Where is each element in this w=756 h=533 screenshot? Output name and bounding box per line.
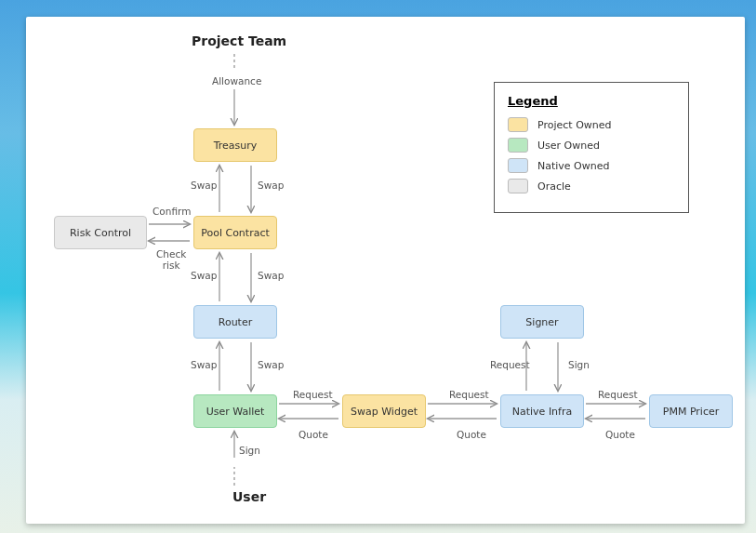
- legend-item: Oracle: [508, 179, 675, 193]
- swatch-icon: [508, 158, 528, 173]
- edge-swap-t-pc-l: Swap: [191, 180, 217, 191]
- edge-quote-uw-sw: Quote: [298, 429, 328, 440]
- legend-item: User Owned: [508, 138, 675, 153]
- edge-allowance: Allowance: [212, 75, 261, 87]
- edge-quote-sw-ni: Quote: [457, 429, 486, 440]
- legend-label: Native Owned: [537, 160, 610, 172]
- edge-request-ni-signer: Request: [490, 359, 530, 370]
- edge-request-sw-ni: Request: [449, 389, 489, 400]
- edge-swap-r-uw-r: Swap: [258, 359, 284, 370]
- diagram-card: Project Team User Treasury Pool Contract…: [26, 17, 745, 524]
- swatch-icon: [508, 138, 528, 153]
- legend-label: User Owned: [537, 140, 600, 152]
- edge-quote-ni-pp: Quote: [605, 429, 635, 440]
- swatch-icon: [508, 117, 528, 132]
- legend-label: Project Owned: [537, 119, 612, 131]
- legend-item: Project Owned: [508, 117, 675, 132]
- edge-swap-pc-r-l: Swap: [191, 270, 217, 281]
- node-pmm-pricer: PMM Pricer: [649, 394, 733, 428]
- bottom-actor-title: User: [232, 489, 266, 504]
- node-risk-control: Risk Control: [54, 216, 147, 249]
- edge-request-uw-sw: Request: [293, 389, 333, 400]
- edge-check-risk: Check risk: [156, 249, 186, 271]
- edge-confirm: Confirm: [153, 206, 191, 217]
- node-native-infra: Native Infra: [500, 394, 584, 428]
- legend: Legend Project Owned User Owned Native O…: [494, 82, 689, 213]
- node-router: Router: [193, 305, 277, 339]
- edge-swap-pc-r-r: Swap: [258, 270, 284, 281]
- legend-label: Oracle: [537, 180, 571, 193]
- edge-sign-user: Sign: [239, 445, 260, 456]
- node-signer: Signer: [500, 305, 584, 339]
- legend-title: Legend: [508, 94, 675, 108]
- swatch-icon: [508, 179, 528, 193]
- node-user-wallet: User Wallet: [193, 394, 277, 428]
- edge-swap-r-uw-l: Swap: [191, 359, 217, 370]
- node-treasury: Treasury: [193, 128, 277, 162]
- edge-swap-t-pc-r: Swap: [258, 180, 284, 191]
- top-actor-title: Project Team: [192, 33, 286, 48]
- node-swap-widget: Swap Widget: [342, 394, 426, 428]
- edge-request-ni-pp: Request: [598, 389, 638, 400]
- legend-item: Native Owned: [508, 158, 675, 173]
- edge-sign-signer-ni: Sign: [568, 359, 590, 370]
- node-pool-contract: Pool Contract: [193, 216, 277, 249]
